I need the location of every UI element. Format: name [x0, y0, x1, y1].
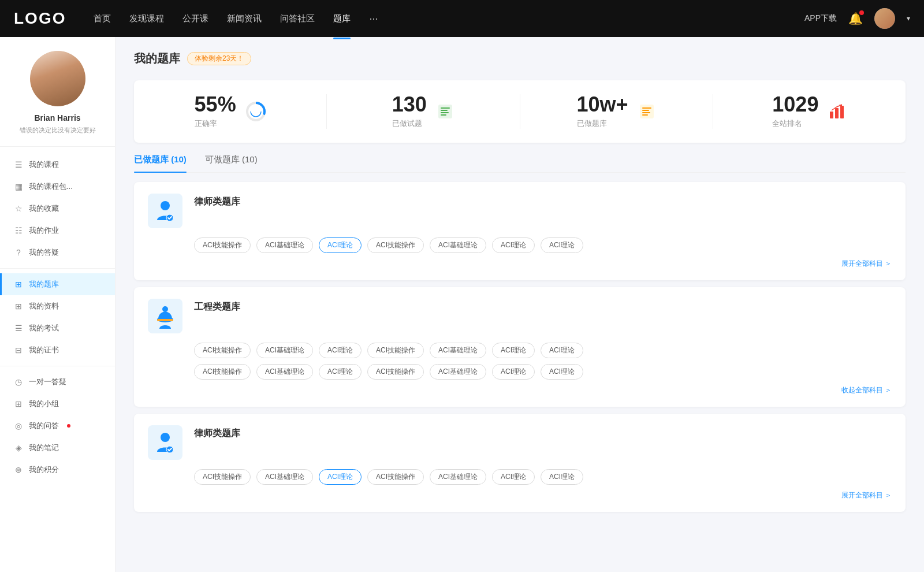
tag-lawyer1-6[interactable]: ACI理论 — [492, 237, 535, 253]
one-on-one-icon: ◷ — [14, 377, 23, 387]
sidebar-item-notes[interactable]: ◈ 我的笔记 — [0, 437, 115, 459]
stat-done-questions-value: 130 — [392, 94, 427, 115]
qbank-collapse-engineer[interactable]: 收起全部科目 ＞ — [194, 385, 892, 395]
tag-eng-2-7[interactable]: ACI理论 — [541, 364, 583, 380]
nav-more[interactable]: ··· — [369, 13, 378, 25]
tab-available-banks[interactable]: 可做题库 (10) — [205, 154, 258, 172]
qbank-header-lawyer-1: 律师类题库 — [148, 194, 892, 228]
stat-done-banks-label: 已做题库 — [577, 118, 628, 129]
sidebar-item-materials[interactable]: ⊞ 我的资料 — [0, 295, 115, 317]
sidebar-item-one-on-one[interactable]: ◷ 一对一答疑 — [0, 371, 115, 393]
sidebar-item-homework[interactable]: ☷ 我的作业 — [0, 220, 115, 242]
tag-eng-1-7[interactable]: ACI理论 — [541, 343, 583, 358]
sidebar-avatar — [30, 51, 85, 106]
tag-lawyer2-7[interactable]: ACI理论 — [541, 469, 583, 485]
tag-eng-2-2[interactable]: ACI基础理论 — [256, 364, 313, 380]
app-download-button[interactable]: APP下载 — [804, 13, 837, 24]
sidebar-motto: 错误的决定比没有决定要好 — [10, 126, 105, 135]
sidebar-item-favorites[interactable]: ☆ 我的收藏 — [0, 198, 115, 220]
notification-bell[interactable]: 🔔 — [848, 12, 863, 25]
tag-lawyer1-3[interactable]: ACI理论 — [319, 237, 362, 253]
sidebar-label-my-courses: 我的课程 — [29, 159, 59, 170]
sidebar-label-course-packages: 我的课程包... — [29, 181, 73, 192]
tag-eng-1-4[interactable]: ACI技能操作 — [367, 343, 424, 358]
materials-icon: ⊞ — [14, 302, 23, 311]
sidebar-label-exams: 我的考试 — [29, 323, 59, 333]
nav-logo: LOGO — [14, 9, 66, 28]
avatar-chevron-icon[interactable]: ▾ — [907, 14, 910, 23]
avatar[interactable] — [874, 8, 895, 29]
page-header: 我的题库 体验剩余23天！ — [134, 51, 906, 66]
tag-lawyer2-4[interactable]: ACI技能操作 — [367, 469, 424, 485]
nav-link-discover[interactable]: 发现课程 — [129, 11, 164, 27]
tag-eng-2-5[interactable]: ACI基础理论 — [430, 364, 486, 380]
sidebar-item-course-packages[interactable]: ▦ 我的课程包... — [0, 176, 115, 198]
nav-link-news[interactable]: 新闻资讯 — [227, 11, 262, 27]
nav-link-qbank[interactable]: 题库 — [333, 11, 351, 27]
sidebar-label-points: 我的积分 — [29, 465, 59, 475]
svg-point-21 — [162, 306, 168, 312]
nav-link-qa[interactable]: 问答社区 — [280, 11, 315, 27]
sidebar-label-certificates: 我的证书 — [29, 345, 59, 355]
sidebar-item-exams[interactable]: ☰ 我的考试 — [0, 317, 115, 339]
stat-ranking-text: 1029 全站排名 — [772, 94, 818, 129]
qbank-tags-row-engineer-2: ACI技能操作 ACI基础理论 ACI理论 ACI技能操作 ACI基础理论 AC… — [194, 364, 892, 380]
tag-eng-1-2[interactable]: ACI基础理论 — [256, 343, 313, 358]
stat-done-questions: 130 已做试题 — [327, 94, 520, 129]
page-title: 我的题库 — [134, 51, 180, 66]
sidebar-label-materials: 我的资料 — [29, 301, 59, 311]
tag-lawyer2-1[interactable]: ACI技能操作 — [194, 469, 251, 485]
sidebar-item-certificates[interactable]: ⊟ 我的证书 — [0, 339, 115, 361]
trial-badge: 体验剩余23天！ — [187, 52, 251, 65]
ranking-icon — [828, 102, 846, 121]
qbank-card-lawyer-1: 律师类题库 ACI技能操作 ACI基础理论 ACI理论 ACI技能操作 ACI基… — [134, 182, 906, 280]
tag-eng-1-5[interactable]: ACI基础理论 — [430, 343, 486, 358]
sidebar-item-my-courses[interactable]: ☰ 我的课程 — [0, 154, 115, 176]
qbank-expand-lawyer-1[interactable]: 展开全部科目 ＞ — [194, 259, 892, 269]
sidebar-username: Brian Harris — [34, 113, 80, 122]
qbank-engineer-icon-wrap — [148, 299, 182, 333]
nav-link-open[interactable]: 公开课 — [182, 11, 208, 27]
tag-lawyer1-4[interactable]: ACI技能操作 — [367, 237, 424, 253]
tag-lawyer1-5[interactable]: ACI基础理论 — [430, 237, 486, 253]
stat-accuracy: 55% 正确率 — [134, 94, 327, 129]
tag-eng-1-1[interactable]: ACI技能操作 — [194, 343, 251, 358]
tag-lawyer2-5[interactable]: ACI基础理论 — [430, 469, 486, 485]
qbank-title-lawyer-2: 律师类题库 — [194, 425, 240, 440]
tag-lawyer2-2[interactable]: ACI基础理论 — [256, 469, 313, 485]
tabs-bar: 已做题库 (10) 可做题库 (10) — [134, 154, 906, 173]
qbank-lawyer-icon-wrap-1 — [148, 194, 182, 228]
tag-eng-2-6[interactable]: ACI理论 — [492, 364, 535, 380]
sidebar-item-groups[interactable]: ⊞ 我的小组 — [0, 393, 115, 415]
sidebar-item-questions[interactable]: ◎ 我的问答 — [0, 415, 115, 437]
stat-done-questions-text: 130 已做试题 — [392, 94, 427, 129]
svg-rect-14 — [835, 108, 839, 118]
sidebar-item-qa[interactable]: ? 我的答疑 — [0, 242, 115, 263]
nav-link-home[interactable]: 首页 — [94, 11, 111, 27]
tag-lawyer1-1[interactable]: ACI技能操作 — [194, 237, 251, 253]
svg-rect-11 — [642, 112, 650, 113]
qbank-tags-row-lawyer-2: ACI技能操作 ACI基础理论 ACI理论 ACI技能操作 ACI基础理论 AC… — [194, 469, 892, 485]
sidebar-item-qbank[interactable]: ⊞ 我的题库 — [0, 273, 115, 295]
tag-eng-2-3[interactable]: ACI理论 — [319, 364, 362, 380]
qa-icon: ? — [14, 248, 23, 257]
tag-eng-2-4[interactable]: ACI技能操作 — [367, 364, 424, 380]
tag-lawyer2-3[interactable]: ACI理论 — [319, 469, 362, 485]
sidebar-menu: ☰ 我的课程 ▦ 我的课程包... ☆ 我的收藏 ☷ 我的作业 ? 我的答疑 ⊞ — [0, 154, 115, 481]
stat-accuracy-value: 55% — [195, 94, 236, 115]
tag-eng-1-6[interactable]: ACI理论 — [492, 343, 535, 358]
stat-ranking-label: 全站排名 — [772, 118, 818, 129]
svg-point-2 — [251, 106, 261, 117]
stat-accuracy-label: 正确率 — [195, 118, 236, 129]
done-banks-icon — [638, 102, 656, 121]
sidebar-profile: Brian Harris 错误的决定比没有决定要好 — [0, 51, 115, 147]
sidebar-item-points[interactable]: ⊛ 我的积分 — [0, 459, 115, 481]
qbank-expand-lawyer-2[interactable]: 展开全部科目 ＞ — [194, 491, 892, 500]
tag-lawyer1-2[interactable]: ACI基础理论 — [256, 237, 313, 253]
tag-lawyer2-6[interactable]: ACI理论 — [492, 469, 535, 485]
qbank-lawyer-icon-wrap-2 — [148, 425, 182, 460]
tag-lawyer1-7[interactable]: ACI理论 — [541, 237, 583, 253]
tag-eng-2-1[interactable]: ACI技能操作 — [194, 364, 251, 380]
tab-done-banks[interactable]: 已做题库 (10) — [134, 154, 187, 172]
tag-eng-1-3[interactable]: ACI理论 — [319, 343, 362, 358]
